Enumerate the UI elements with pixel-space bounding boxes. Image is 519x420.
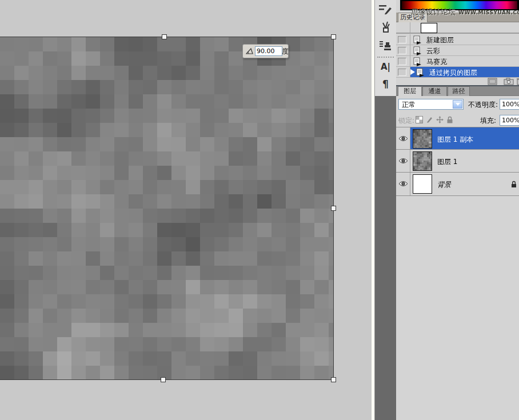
history-state-icon [413, 57, 422, 66]
eye-icon[interactable] [398, 181, 408, 187]
brush-presets-panel-icon[interactable] [377, 3, 394, 19]
history-item-selected[interactable]: 通过拷贝的图层 [396, 67, 519, 78]
paragraph-panel-icon[interactable]: ¶ [377, 77, 394, 93]
lock-paint-icon[interactable] [426, 116, 433, 123]
panels-column: 思缘设计论坛 WWW.MISSYUAN.COM 历史记录 新建图层 [396, 0, 519, 420]
layer-locked-icon [511, 181, 517, 188]
photoshop-window: 度 [0, 0, 519, 420]
lock-position-icon[interactable] [436, 116, 444, 123]
blend-options-row: 正常 不透明度: [396, 96, 519, 112]
history-brush-source-checkbox[interactable] [398, 69, 406, 76]
history-state-icon [416, 68, 425, 77]
transform-edge-bottom[interactable] [0, 379, 334, 380]
dock-separator [377, 57, 394, 58]
history-brush-source-checkbox[interactable] [398, 47, 406, 54]
document-canvas-area[interactable]: 度 [0, 0, 372, 420]
layer-thumbnail[interactable] [413, 151, 432, 171]
lock-transparency-icon[interactable] [416, 116, 423, 123]
tool-presets-panel-icon[interactable] [377, 21, 394, 37]
clone-source-panel-icon[interactable] [377, 39, 394, 55]
layer-row-selected[interactable]: 图层 1 副本 [396, 127, 519, 150]
transform-handle-bottom-middle[interactable] [161, 377, 166, 382]
angle-unit-label: 度 [282, 47, 289, 57]
fill-label: 填充: [480, 116, 496, 126]
transform-handle-right-middle[interactable] [331, 206, 336, 211]
layers-tabbar: 图层 通道 路径 [396, 86, 519, 96]
rotate-angle-input[interactable] [255, 46, 282, 56]
angle-icon [246, 48, 253, 54]
layer-row-background[interactable]: 背景 [396, 173, 519, 196]
eye-icon[interactable] [398, 158, 408, 164]
mosaic-image[interactable] [0, 37, 333, 379]
layer-thumbnail[interactable] [413, 174, 432, 194]
transform-handle-top-middle[interactable] [162, 34, 167, 39]
layer-name[interactable]: 图层 1 副本 [437, 135, 473, 145]
eye-icon[interactable] [398, 135, 408, 142]
transform-handle-top-right[interactable] [331, 34, 336, 39]
palette-dock-strip: A| ¶ [374, 0, 396, 420]
transform-handle-bottom-right[interactable] [331, 377, 336, 382]
history-item-label: 云彩 [426, 46, 440, 56]
history-item-label: 马赛克 [426, 57, 447, 67]
chevron-down-icon[interactable] [453, 100, 462, 109]
history-item[interactable]: 新建图层 [396, 34, 519, 45]
history-brush-source-checkbox[interactable] [398, 58, 406, 65]
delete-state-icon[interactable] [517, 78, 519, 85]
transform-edge-top[interactable] [0, 37, 334, 37]
history-state-icon [413, 35, 422, 45]
character-panel-icon[interactable]: A| [377, 59, 394, 75]
current-state-pointer[interactable] [410, 69, 415, 75]
layer-thumbnail[interactable] [413, 129, 432, 149]
history-source-column [396, 22, 410, 33]
history-snapshot-row[interactable] [396, 22, 519, 34]
site-url: WWW.MISSYUAN.COM [458, 10, 519, 15]
opacity-input[interactable] [500, 99, 519, 110]
rotate-angle-tooltip: 度 [242, 44, 289, 58]
site-name: 思缘设计论坛 [411, 7, 456, 16]
tab-channels[interactable]: 通道 [422, 86, 447, 96]
history-item[interactable]: 马赛克 [396, 56, 519, 67]
new-snapshot-icon[interactable] [504, 78, 514, 85]
lock-options-row: 锁定: 填充: [396, 112, 519, 127]
layer-name[interactable]: 背景 [437, 180, 451, 190]
site-watermark: 思缘设计论坛 WWW.MISSYUAN.COM [411, 6, 519, 17]
history-brush-source-checkbox[interactable] [398, 36, 406, 43]
snapshot-thumbnail[interactable] [421, 23, 437, 33]
history-item-label: 通过拷贝的图层 [429, 68, 477, 78]
new-document-from-state-icon[interactable] [488, 78, 497, 85]
history-item-label: 新建图层 [426, 35, 454, 45]
blend-mode-select[interactable]: 正常 [398, 99, 464, 110]
opacity-label: 不透明度: [468, 100, 498, 110]
lock-label: 锁定: [398, 116, 414, 126]
fill-input[interactable] [500, 115, 519, 126]
history-item[interactable]: 云彩 [396, 45, 519, 56]
blend-mode-value: 正常 [402, 100, 416, 110]
layer-name[interactable]: 图层 1 [437, 157, 457, 167]
lock-all-icon[interactable] [446, 116, 453, 123]
tab-paths[interactable]: 路径 [448, 86, 470, 96]
history-button-bar [396, 78, 519, 85]
tab-layers[interactable]: 图层 [398, 86, 422, 96]
dock-empty-area [375, 96, 397, 420]
history-state-icon [413, 46, 422, 55]
layer-row[interactable]: 图层 1 [396, 150, 519, 173]
